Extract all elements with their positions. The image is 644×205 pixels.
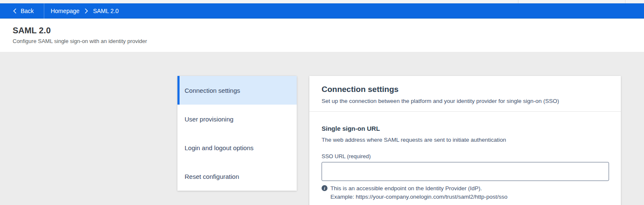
sso-url-section: Single sign-on URL The web address where… — [309, 112, 621, 201]
window-strip-divider — [625, 0, 625, 3]
connection-settings-panel: Connection settings Set up the connectio… — [309, 76, 621, 205]
panel-title: Connection settings — [322, 85, 609, 94]
sso-section-description: The web address where SAML requests are … — [322, 137, 609, 143]
page-title: SAML 2.0 — [13, 26, 631, 35]
info-icon: i — [322, 185, 327, 191]
help-line-1: This is an accessible endpoint on the Id… — [330, 184, 507, 193]
sidebar-item-label: Reset configuration — [185, 173, 239, 180]
page-body: Connection settings User provisioning Lo… — [0, 52, 644, 205]
sso-url-help-text: This is an accessible endpoint on the Id… — [330, 184, 507, 201]
sidebar-item-reset-configuration[interactable]: Reset configuration — [177, 162, 297, 191]
window-edge-strip — [0, 0, 644, 3]
window-strip-divider — [518, 0, 518, 3]
back-label: Back — [21, 8, 34, 14]
page-header: SAML 2.0 Configure SAML single sign-on w… — [0, 19, 644, 52]
sidebar-item-label: User provisioning — [185, 116, 233, 123]
sso-url-input[interactable] — [322, 162, 609, 181]
breadcrumb-current-page: SAML 2.0 — [93, 8, 119, 14]
panel-header: Connection settings Set up the connectio… — [309, 76, 621, 112]
sso-url-field-label: SSO URL (required) — [322, 153, 609, 159]
settings-nav-sidebar: Connection settings User provisioning Lo… — [177, 76, 297, 191]
breadcrumb-chevron-icon — [85, 8, 88, 13]
back-chevron-icon — [13, 8, 16, 13]
sidebar-item-connection-settings[interactable]: Connection settings — [177, 76, 297, 105]
back-button[interactable]: Back — [0, 3, 44, 19]
top-navigation-bar: Back Homepage SAML 2.0 — [0, 3, 644, 19]
panel-subtitle: Set up the connection between the platfo… — [322, 98, 609, 104]
sidebar-item-label: Login and logout options — [185, 144, 253, 151]
breadcrumb-homepage[interactable]: Homepage — [51, 8, 80, 14]
help-line-2: Example: https://your-company.onelogin.c… — [330, 193, 507, 201]
sso-section-title: Single sign-on URL — [322, 125, 609, 132]
sidebar-item-login-logout-options[interactable]: Login and logout options — [177, 133, 297, 162]
sso-url-help: i This is an accessible endpoint on the … — [322, 184, 609, 201]
breadcrumb: Homepage SAML 2.0 — [44, 8, 118, 14]
sidebar-item-label: Connection settings — [185, 87, 240, 94]
sidebar-item-user-provisioning[interactable]: User provisioning — [177, 105, 297, 133]
page-subtitle: Configure SAML single sign-on with an id… — [13, 38, 631, 44]
